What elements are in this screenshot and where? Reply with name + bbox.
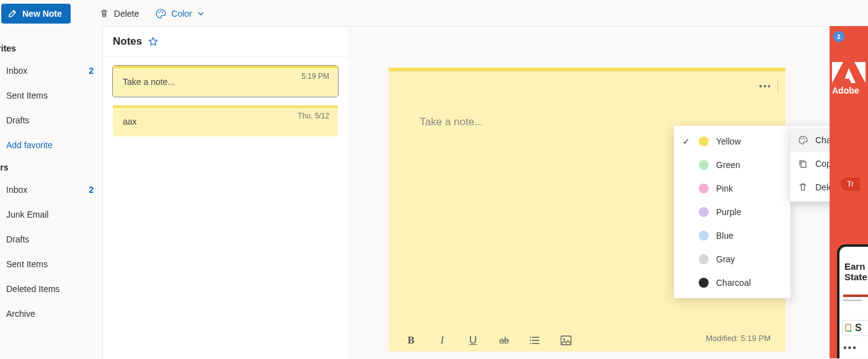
note-card[interactable]: Thu, 5/12 aax <box>113 105 338 136</box>
folders-header: lders <box>0 157 102 177</box>
bullet-list-button[interactable] <box>529 334 541 347</box>
swatch-icon <box>699 231 709 241</box>
color-option-green[interactable]: Green <box>674 153 790 177</box>
strikethrough-button[interactable]: ab <box>498 334 510 347</box>
sidebar-item-sent-fav[interactable]: Sent Items <box>0 83 102 108</box>
copy-icon <box>798 159 808 169</box>
color-label: Charcoal <box>716 278 751 288</box>
modified-label: Modified: 5:19 PM <box>706 334 771 343</box>
svg-point-10 <box>804 138 805 140</box>
color-option-purple[interactable]: Purple <box>674 200 790 224</box>
color-option-yellow[interactable]: ✓ Yellow <box>674 130 790 153</box>
separator <box>777 80 778 94</box>
toolbar: New Note Delete Color <box>0 0 868 26</box>
note-time: Thu, 5/12 <box>298 112 329 120</box>
sidebar-item-inbox-fav[interactable]: Inbox 2 <box>0 58 102 83</box>
swatch-icon <box>699 184 709 193</box>
color-label: Gray <box>716 254 735 264</box>
color-label: Blue <box>716 231 733 241</box>
palette-icon <box>798 135 808 145</box>
notes-title: Notes <box>113 35 142 48</box>
svg-rect-11 <box>801 162 806 167</box>
svg-point-0 <box>158 12 159 13</box>
sidebar-item-inbox[interactable]: Inbox 2 <box>0 177 102 202</box>
sidebar-item-label: Sent Items <box>6 91 48 100</box>
ad-panel: Adobe Tr EarnState S ••• <box>830 26 868 358</box>
color-label: Color <box>171 9 192 19</box>
ad-card-line <box>843 295 868 297</box>
image-button[interactable] <box>560 334 572 347</box>
ad-card-title: EarnState <box>839 247 868 282</box>
unread-badge: 2 <box>89 66 94 76</box>
delete-label: Delete <box>114 9 139 19</box>
sidebar: vorites Inbox 2 Sent Items Drafts Add fa… <box>0 26 102 359</box>
add-favorite-link[interactable]: Add favorite <box>0 133 102 157</box>
underline-button[interactable]: U <box>467 334 479 347</box>
ad-pill[interactable]: Tr <box>841 177 860 191</box>
add-favorite-label: Add favorite <box>6 140 53 150</box>
sidebar-item-label: Sent Items <box>6 259 48 269</box>
svg-point-8 <box>800 138 802 140</box>
swatch-icon <box>699 207 709 217</box>
palette-icon <box>155 8 166 19</box>
sidebar-item-deleted[interactable]: Deleted Items <box>0 277 102 301</box>
note-placeholder: Take a note... <box>420 116 483 128</box>
ad-card-line <box>843 299 862 301</box>
sidebar-item-sent[interactable]: Sent Items <box>0 252 102 277</box>
delete-button[interactable]: Delete <box>93 4 145 24</box>
format-toolbar: B I U ab <box>405 334 572 347</box>
svg-point-7 <box>564 339 565 340</box>
sidebar-item-drafts-fav[interactable]: Drafts <box>0 108 102 133</box>
unread-badge: 2 <box>89 185 94 195</box>
color-submenu: ✓ Yellow Green Pink Purple <box>674 126 790 298</box>
color-option-blue[interactable]: Blue <box>674 224 790 247</box>
color-label: Purple <box>716 207 741 217</box>
sidebar-item-drafts[interactable]: Drafts <box>0 227 102 252</box>
check-icon: ✓ <box>681 136 691 146</box>
new-note-label: New Note <box>22 9 62 19</box>
color-label: Yellow <box>716 136 741 146</box>
favorites-header: vorites <box>0 38 102 58</box>
star-icon[interactable] <box>148 37 158 47</box>
color-button[interactable]: Color <box>149 4 210 24</box>
italic-button[interactable]: I <box>436 334 448 347</box>
svg-rect-13 <box>846 324 851 331</box>
swatch-icon <box>699 278 709 288</box>
ad-card-dots: ••• <box>843 342 868 353</box>
note-preview: aax <box>123 117 137 126</box>
swatch-icon <box>699 160 709 170</box>
color-option-pink[interactable]: Pink <box>674 177 790 200</box>
swatch-icon <box>699 254 709 264</box>
color-label: Pink <box>716 184 733 193</box>
bold-button[interactable]: B <box>405 334 417 347</box>
svg-point-12 <box>838 35 839 37</box>
sidebar-item-junk[interactable]: Junk Email <box>0 202 102 227</box>
ad-card-action[interactable]: S <box>842 320 868 336</box>
svg-point-4 <box>530 340 531 341</box>
compose-icon <box>7 9 17 19</box>
sidebar-item-label: Deleted Items <box>6 284 60 294</box>
new-note-button[interactable]: New Note <box>1 4 71 24</box>
color-option-gray[interactable]: Gray <box>674 247 790 271</box>
sidebar-item-label: Archive <box>6 309 35 319</box>
sidebar-item-archive[interactable]: Archive <box>0 301 102 326</box>
privacy-badge-icon[interactable] <box>833 31 844 42</box>
sidebar-item-label: Junk Email <box>6 210 48 219</box>
notes-list-header: Notes <box>103 27 348 57</box>
svg-point-9 <box>802 138 804 139</box>
svg-point-5 <box>530 343 531 344</box>
svg-point-2 <box>162 12 163 13</box>
main: vorites Inbox 2 Sent Items Drafts Add fa… <box>0 26 868 359</box>
chevron-down-icon <box>197 10 205 17</box>
note-card[interactable]: 5:19 PM Take a note... <box>113 66 338 97</box>
note-content-pane: ••• Take a note... B I U ab Modified: 5:… <box>348 26 868 359</box>
trash-icon <box>99 9 109 19</box>
color-option-charcoal[interactable]: Charcoal <box>674 271 790 295</box>
swatch-icon <box>699 136 709 146</box>
more-icon[interactable]: ••• <box>759 81 772 91</box>
note-time: 5:19 PM <box>301 72 329 81</box>
sidebar-item-label: Drafts <box>6 115 29 125</box>
svg-point-3 <box>530 337 531 338</box>
ad-card-action-label: S <box>855 322 862 334</box>
svg-point-1 <box>160 11 161 12</box>
